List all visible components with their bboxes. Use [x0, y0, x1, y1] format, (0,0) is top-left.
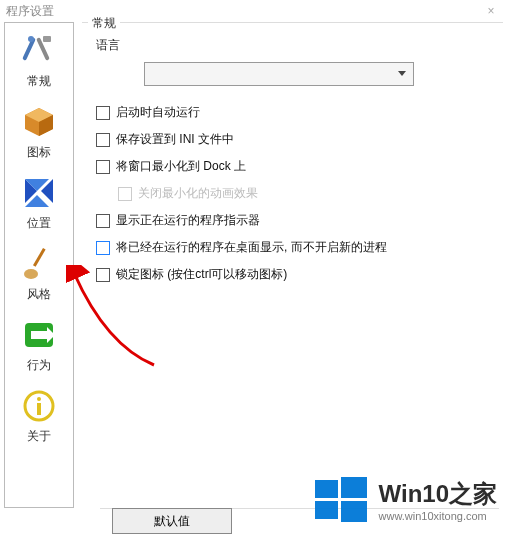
svg-rect-21 [341, 477, 367, 498]
sidebar-item-position[interactable]: 位置 [9, 171, 69, 240]
svg-point-2 [28, 36, 34, 42]
svg-rect-23 [341, 501, 367, 522]
checkbox-label: 锁定图标 (按住ctrl可以移动图标) [116, 266, 287, 283]
sidebar-item-label: 行为 [9, 357, 69, 374]
svg-rect-11 [33, 248, 46, 267]
language-select[interactable] [144, 62, 414, 86]
checkbox-label: 将窗口最小化到 Dock 上 [116, 158, 246, 175]
svg-rect-3 [43, 36, 51, 42]
checkbox-box [96, 160, 110, 174]
checkbox-box [96, 133, 110, 147]
svg-rect-17 [37, 403, 41, 415]
checkbox-save-ini[interactable]: 保存设置到 INI 文件中 [96, 131, 493, 148]
window-title: 程序设置 [6, 3, 54, 20]
checkbox-label: 关闭最小化的动画效果 [138, 185, 258, 202]
svg-rect-20 [315, 480, 338, 498]
content-panel: 常规 语言 启动时自动运行 保存设置到 INI 文件中 将窗口最小化到 Dock… [82, 22, 503, 508]
position-icon [21, 175, 57, 211]
svg-point-12 [24, 269, 38, 279]
checkbox-label: 保存设置到 INI 文件中 [116, 131, 234, 148]
sidebar-item-label: 图标 [9, 144, 69, 161]
tools-icon [21, 33, 57, 69]
section-title: 常规 [88, 15, 120, 32]
box-icon [21, 104, 57, 140]
svg-rect-22 [315, 501, 338, 519]
sidebar: 常规 图标 位置 [4, 22, 74, 508]
svg-marker-18 [398, 71, 406, 76]
sidebar-item-about[interactable]: 关于 [9, 384, 69, 453]
action-icon [21, 317, 57, 353]
windows-logo-icon [313, 472, 369, 528]
language-label: 语言 [96, 37, 493, 54]
close-icon[interactable]: × [481, 1, 501, 21]
watermark-url: www.win10xitong.com [379, 510, 497, 522]
sidebar-item-style[interactable]: 风格 [9, 242, 69, 311]
checkbox-show-indicator[interactable]: 显示正在运行的程序指示器 [96, 212, 493, 229]
checkbox-label: 将已经在运行的程序在桌面显示, 而不开启新的进程 [116, 239, 387, 256]
default-button[interactable]: 默认值 [112, 508, 232, 534]
sidebar-item-label: 常规 [9, 73, 69, 90]
info-icon [21, 388, 57, 424]
checkbox-box [118, 187, 132, 201]
sidebar-item-behavior[interactable]: 行为 [9, 313, 69, 382]
checkbox-min-dock[interactable]: 将窗口最小化到 Dock 上 [96, 158, 493, 175]
sidebar-item-icons[interactable]: 图标 [9, 100, 69, 169]
sidebar-item-label: 位置 [9, 215, 69, 232]
sidebar-item-general[interactable]: 常规 [9, 29, 69, 98]
watermark: Win10之家 www.win10xitong.com [313, 472, 497, 528]
checkbox-box [96, 241, 110, 255]
checkbox-lock-icons[interactable]: 锁定图标 (按住ctrl可以移动图标) [96, 266, 493, 283]
svg-point-16 [37, 397, 41, 401]
sidebar-item-label: 关于 [9, 428, 69, 445]
checkbox-label: 启动时自动运行 [116, 104, 200, 121]
brush-icon [21, 246, 57, 282]
checkbox-label: 显示正在运行的程序指示器 [116, 212, 260, 229]
watermark-title: Win10之家 [379, 478, 497, 510]
checkbox-autorun[interactable]: 启动时自动运行 [96, 104, 493, 121]
default-button-label: 默认值 [154, 513, 190, 530]
chevron-down-icon [397, 67, 407, 81]
checkbox-close-anim: 关闭最小化的动画效果 [118, 185, 493, 202]
checkbox-box [96, 106, 110, 120]
sidebar-item-label: 风格 [9, 286, 69, 303]
checkbox-show-running-desktop[interactable]: 将已经在运行的程序在桌面显示, 而不开启新的进程 [96, 239, 493, 256]
checkbox-box [96, 214, 110, 228]
checkbox-box [96, 268, 110, 282]
